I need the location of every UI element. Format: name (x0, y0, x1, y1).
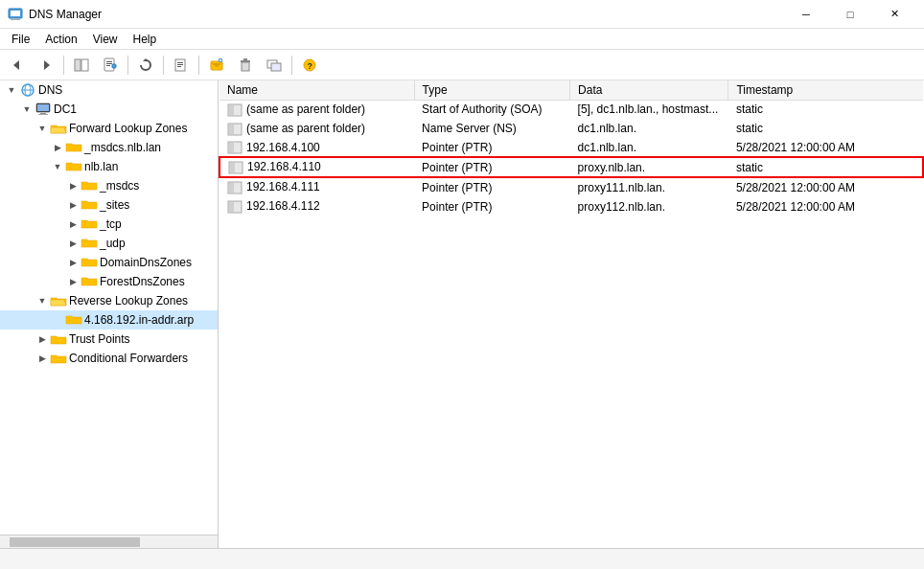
tree-item-udp[interactable]: ▶ _udp (0, 234, 218, 253)
cell-data: proxy.nlb.lan. (570, 157, 728, 177)
new-window-button[interactable] (261, 53, 288, 78)
svg-marker-4 (13, 60, 19, 70)
show-tree-button[interactable] (68, 53, 95, 78)
close-button[interactable]: ✕ (872, 0, 916, 29)
maximize-button[interactable]: □ (828, 0, 872, 29)
col-timestamp[interactable]: Timestamp (728, 80, 923, 101)
cell-timestamp: 5/28/2021 12:00:00 AM (728, 177, 923, 196)
cell-name: (same as parent folder) (219, 119, 414, 138)
tree-item-dc1[interactable]: ▼ DC1 (0, 100, 218, 119)
back-button[interactable] (4, 53, 31, 78)
table-row[interactable]: 192.168.4.112Pointer (PTR)proxy112.nlb.l… (219, 197, 923, 216)
svg-rect-7 (81, 59, 88, 71)
export-button[interactable] (168, 53, 195, 78)
svg-rect-36 (38, 114, 48, 115)
tree-item-reverse-zones[interactable]: ▼ Reverse Lookup Zones (0, 291, 218, 310)
table-row[interactable]: 192.168.4.100Pointer (PTR)dc1.nlb.lan.5/… (219, 138, 923, 157)
tcp-label: _tcp (98, 217, 122, 231)
refresh-button[interactable] (132, 53, 159, 78)
svg-rect-15 (177, 62, 183, 63)
tree-item-tcp[interactable]: ▶ _tcp (0, 215, 218, 234)
svg-rect-27 (271, 63, 281, 71)
svg-rect-22 (219, 59, 221, 60)
tree-item-sites[interactable]: ▶ _sites (0, 195, 218, 215)
table-row[interactable]: 192.168.4.110Pointer (PTR)proxy.nlb.lan.… (219, 157, 923, 177)
udp-label: _udp (98, 237, 126, 250)
cell-timestamp: 5/28/2021 12:00:00 AM (728, 138, 923, 157)
toolbar-separator-2 (127, 56, 128, 75)
svg-rect-38 (229, 105, 234, 115)
expand-dns[interactable]: ▼ (4, 82, 19, 98)
tree-item-msdcs-nlb[interactable]: ▶ _msdcs.nlb.lan (0, 138, 218, 157)
svg-rect-25 (243, 58, 247, 60)
content-panel[interactable]: Name Type Data Timestamp (same as parent… (219, 80, 924, 548)
menu-help[interactable]: Help (126, 31, 165, 48)
tree-item-trust-points[interactable]: ▶ Trust Points (0, 330, 218, 349)
new-zone-button[interactable] (203, 53, 230, 78)
dc1-label: DC1 (52, 102, 77, 116)
cell-name: 192.168.4.110 (219, 157, 414, 177)
sites-label: _sites (98, 198, 129, 212)
svg-rect-12 (112, 64, 116, 68)
cell-timestamp: static (728, 101, 923, 120)
table-row[interactable]: (same as parent folder)Start of Authorit… (219, 101, 923, 120)
minimize-button[interactable]: ─ (784, 0, 828, 29)
cell-timestamp: static (728, 157, 923, 177)
expand-tcp[interactable]: ▶ (65, 216, 81, 232)
main-area: ▼ DNS ▼ (0, 80, 924, 548)
menu-view[interactable]: View (85, 31, 126, 48)
table-row[interactable]: 192.168.4.111Pointer (PTR)proxy111.nlb.l… (219, 177, 923, 196)
expand-dc1[interactable]: ▼ (19, 102, 35, 117)
toolbar-separator-5 (291, 56, 292, 75)
expand-udp[interactable]: ▶ (65, 236, 81, 251)
properties-button[interactable] (97, 53, 124, 78)
cell-data: [5], dc1.nlb.lan., hostmast... (570, 101, 728, 120)
svg-rect-40 (229, 125, 234, 134)
cell-data: proxy112.nlb.lan. (570, 197, 728, 216)
tree-item-reverse-zone-1[interactable]: 4.168.192.in-addr.arp (0, 310, 218, 330)
cell-name: 192.168.4.100 (219, 138, 414, 157)
help-button[interactable]: ? (296, 53, 323, 78)
forward-button[interactable] (33, 53, 59, 78)
expand-nlb-lan[interactable]: ▼ (50, 159, 65, 174)
toolbar-separator-3 (163, 56, 164, 75)
cell-type: Pointer (PTR) (414, 197, 569, 216)
col-name[interactable]: Name (219, 80, 414, 101)
toolbar: ? (0, 50, 924, 80)
folder-icon-cond (50, 351, 67, 366)
tree-scroll[interactable]: ▼ DNS ▼ (0, 80, 218, 535)
expand-reverse[interactable]: ▼ (35, 293, 50, 308)
zone-icon-ddns (81, 255, 98, 270)
expand-ddns[interactable]: ▶ (65, 255, 81, 270)
reverse-zones-label: Reverse Lookup Zones (67, 294, 188, 307)
expand-sites[interactable]: ▶ (65, 197, 81, 213)
fdns-label: ForestDnsZones (98, 275, 185, 288)
col-data[interactable]: Data (570, 80, 728, 101)
expand-trust[interactable]: ▶ (35, 331, 50, 347)
status-bar (0, 548, 924, 569)
expand-msdcs-nlb[interactable]: ▶ (50, 140, 65, 155)
toolbar-separator-4 (198, 56, 199, 75)
expand-fdns[interactable]: ▶ (65, 274, 81, 289)
menu-file[interactable]: File (4, 31, 37, 48)
delete-button[interactable] (232, 53, 259, 78)
expand-forward[interactable]: ▼ (35, 121, 50, 136)
col-type[interactable]: Type (414, 80, 569, 101)
table-row[interactable]: (same as parent folder)Name Server (NS)d… (219, 119, 923, 138)
cell-data: dc1.nlb.lan. (570, 138, 728, 157)
tree-item-msdcs[interactable]: ▶ _msdcs (0, 176, 218, 195)
tree-item-dns[interactable]: ▼ DNS (0, 80, 218, 100)
expand-msdcs[interactable]: ▶ (65, 178, 81, 193)
tree-item-ddns[interactable]: ▶ DomainDnsZones (0, 253, 218, 272)
cell-type: Start of Authority (SOA) (414, 101, 569, 120)
svg-text:?: ? (308, 61, 313, 71)
expand-cond[interactable]: ▶ (35, 351, 50, 366)
tree-hscrollbar[interactable] (0, 535, 218, 548)
tree-item-cond-forwarders[interactable]: ▶ Conditional Forwarders (0, 349, 218, 368)
msdcs-label: _msdcs (98, 179, 139, 193)
tree-item-forward-zones[interactable]: ▼ Forward Lookup Zones (0, 119, 218, 138)
tree-item-fdns[interactable]: ▶ ForestDnsZones (0, 272, 218, 291)
menu-action[interactable]: Action (37, 31, 84, 48)
window-title: DNS Manager (29, 8, 102, 21)
tree-item-nlb-lan[interactable]: ▼ nlb.lan (0, 157, 218, 176)
